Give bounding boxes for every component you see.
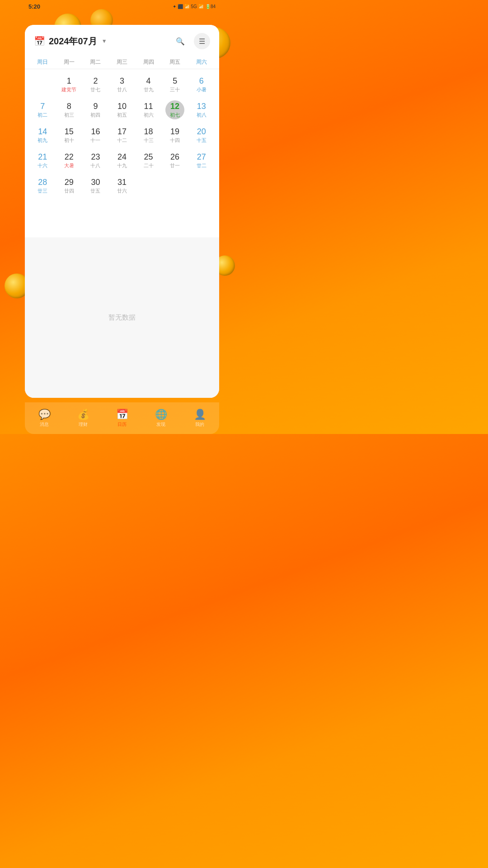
header-right: 🔍 ☰ — [172, 33, 210, 49]
day-16[interactable]: 16 十一 — [82, 123, 109, 147]
weekday-fri: 周五 — [162, 58, 188, 66]
day-5[interactable]: 5 三十 — [162, 73, 188, 96]
day-9[interactable]: 9 初四 — [82, 98, 109, 122]
day-2[interactable]: 2 廿七 — [82, 73, 109, 96]
calendar-header: 📅 2024年07月 ▼ 🔍 ☰ — [25, 25, 219, 55]
day-12-today[interactable]: 12 初七 — [162, 98, 188, 122]
nav-discover-label: 发现 — [156, 421, 165, 428]
nav-finance-label: 理财 — [79, 421, 88, 428]
day-29[interactable]: 29 廿四 — [56, 174, 83, 198]
nav-finance[interactable]: 💰 理财 — [77, 409, 89, 428]
day-10[interactable]: 10 初五 — [109, 98, 136, 122]
calendar-nav-icon: 📅 — [116, 409, 128, 420]
nav-profile-label: 我的 — [195, 421, 204, 428]
weekday-mon: 周一 — [56, 58, 83, 66]
day-30[interactable]: 30 廿五 — [82, 174, 109, 198]
day-15[interactable]: 15 初十 — [56, 123, 83, 147]
day-empty-1 — [29, 73, 56, 96]
nav-calendar-label: 日历 — [117, 421, 127, 428]
day-21[interactable]: 21 十六 — [29, 149, 56, 172]
status-icons: ✦ ⬛ 📶 5G 📶 🔋84 — [173, 4, 216, 9]
nav-message[interactable]: 💬 消息 — [38, 409, 51, 428]
calendar-week-1: 1 建党节 2 廿七 3 廿八 4 廿九 5 三十 6 小暑 — [29, 73, 215, 96]
day-8[interactable]: 8 初三 — [56, 98, 83, 122]
day-empty-2 — [135, 174, 162, 198]
header-left[interactable]: 📅 2024年07月 ▼ — [34, 35, 107, 47]
nav-calendar[interactable]: 📅 日历 — [116, 409, 128, 428]
day-11[interactable]: 11 初六 — [135, 98, 162, 122]
day-13[interactable]: 13 初八 — [188, 98, 215, 122]
day-23[interactable]: 23 十八 — [82, 149, 109, 172]
day-22[interactable]: 22 大暑 — [56, 149, 83, 172]
search-button[interactable]: 🔍 — [172, 33, 188, 49]
day-28[interactable]: 28 廿三 — [29, 174, 56, 198]
profile-icon: 👤 — [194, 409, 206, 420]
calendar-icon: 📅 — [34, 36, 45, 47]
month-title: 2024年07月 — [49, 35, 97, 47]
weekday-tue: 周二 — [82, 58, 109, 66]
calendar-week-3: 14 初九 15 初十 16 十一 17 十二 18 十三 19 十四 — [29, 123, 215, 147]
day-20[interactable]: 20 十五 — [188, 123, 215, 147]
menu-button[interactable]: ☰ — [194, 33, 210, 49]
finance-icon: 💰 — [77, 409, 89, 420]
nav-discover[interactable]: 🌐 发现 — [155, 409, 167, 428]
weekday-thu: 周四 — [135, 58, 162, 66]
calendar-week-5: 28 廿三 29 廿四 30 廿五 31 廿六 — [29, 174, 215, 198]
day-18[interactable]: 18 十三 — [135, 123, 162, 147]
day-24[interactable]: 24 十九 — [109, 149, 136, 172]
today-circle: 12 初七 — [165, 100, 184, 119]
weekday-header: 周日 周一 周二 周三 周四 周五 周六 — [25, 55, 219, 69]
day-26[interactable]: 26 廿一 — [162, 149, 188, 172]
day-25[interactable]: 25 二十 — [135, 149, 162, 172]
no-data-section: 暂无数据 — [25, 237, 219, 398]
weekday-sat: 周六 — [188, 58, 215, 66]
calendar-card: 📅 2024年07月 ▼ 🔍 ☰ 周日 周一 周二 周三 周四 周五 周六 1 — [25, 25, 219, 398]
day-17[interactable]: 17 十二 — [109, 123, 136, 147]
day-1[interactable]: 1 建党节 — [56, 73, 83, 96]
day-3[interactable]: 3 廿八 — [109, 73, 136, 96]
search-icon: 🔍 — [176, 37, 185, 46]
day-14[interactable]: 14 初九 — [29, 123, 56, 147]
calendar-week-4: 21 十六 22 大暑 23 十八 24 十九 25 二十 26 廿一 — [29, 149, 215, 172]
calendar-week-2: 7 初二 8 初三 9 初四 10 初五 11 初六 12 — [29, 98, 215, 122]
discover-icon: 🌐 — [155, 409, 167, 420]
nav-profile[interactable]: 👤 我的 — [194, 409, 206, 428]
day-27[interactable]: 27 廿二 — [188, 149, 215, 172]
status-bar: 5:20 ✦ ⬛ 📶 5G 📶 🔋84 — [25, 0, 219, 13]
day-empty-4 — [188, 174, 215, 198]
message-icon: 💬 — [38, 409, 51, 420]
day-7[interactable]: 7 初二 — [29, 98, 56, 122]
no-data-text: 暂无数据 — [108, 313, 136, 322]
day-4[interactable]: 4 廿九 — [135, 73, 162, 96]
weekday-wed: 周三 — [109, 58, 136, 66]
day-19[interactable]: 19 十四 — [162, 123, 188, 147]
bottom-navigation: 💬 消息 💰 理财 📅 日历 🌐 发现 👤 我的 — [25, 402, 219, 434]
weekday-sun: 周日 — [29, 58, 56, 66]
calendar-grid: 1 建党节 2 廿七 3 廿八 4 廿九 5 三十 6 小暑 — [25, 69, 219, 237]
day-31[interactable]: 31 廿六 — [109, 174, 136, 198]
day-empty-3 — [162, 174, 188, 198]
dropdown-arrow-icon[interactable]: ▼ — [102, 38, 107, 44]
menu-icon: ☰ — [199, 37, 205, 46]
day-6[interactable]: 6 小暑 — [188, 73, 215, 96]
status-time: 5:20 — [28, 3, 40, 10]
nav-message-label: 消息 — [40, 421, 49, 428]
